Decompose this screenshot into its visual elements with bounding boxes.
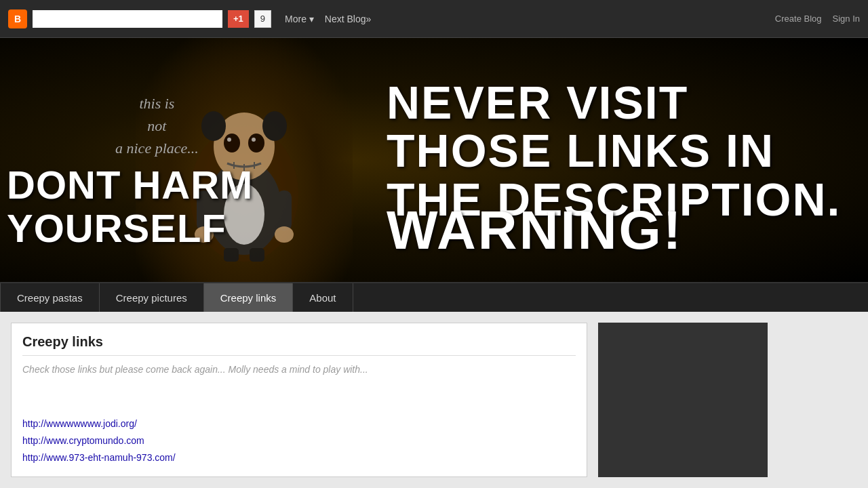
svg-point-4 (224, 134, 240, 152)
link-item-0[interactable]: http://wwwwwwww.jodi.org/ (22, 415, 576, 432)
create-blog-button[interactable]: Create Blog (775, 14, 822, 24)
navbar: Creepy pastasCreepy picturesCreepy links… (0, 282, 868, 312)
svg-point-6 (227, 138, 231, 142)
content-area: Creepy links Check those links but pleas… (11, 323, 587, 477)
svg-point-7 (252, 138, 256, 142)
hero-section: this is not a nice place... DONT HARM YO… (0, 38, 868, 282)
links-list: http://wwwwwwww.jodi.org/http://www.cryp… (22, 415, 576, 467)
link-item-2[interactable]: http://www.973-eht-namuh-973.com/ (22, 449, 576, 466)
search-input[interactable] (33, 10, 222, 28)
topbar: B +1 9 More ▾ Next Blog» Create Blog Sig… (0, 0, 868, 38)
svg-point-5 (248, 134, 264, 152)
svg-rect-17 (224, 248, 239, 262)
sidebar (598, 323, 768, 477)
svg-point-12 (262, 111, 287, 141)
next-blog-button[interactable]: Next Blog» (325, 14, 371, 24)
hero-left-text: DONT HARM YOURSELF (7, 163, 253, 250)
svg-rect-18 (250, 248, 264, 262)
sign-in-button[interactable]: Sign In (833, 14, 860, 24)
svg-point-11 (201, 111, 226, 141)
link-item-1[interactable]: http://www.cryptomundo.com (22, 432, 576, 449)
topbar-right: Create Blog Sign In (775, 14, 860, 24)
gplus-count: 9 (254, 10, 271, 28)
gplus-button[interactable]: +1 (228, 10, 249, 28)
nav-item-creepy-pastas[interactable]: Creepy pastas (0, 283, 100, 312)
nav-item-creepy-links[interactable]: Creepy links (204, 283, 294, 312)
nav-item-about[interactable]: About (293, 283, 353, 312)
hero-right-bottom-text: WARNING! (387, 199, 854, 262)
topbar-left: B +1 9 More ▾ Next Blog» (8, 9, 775, 28)
nav-item-creepy-pictures[interactable]: Creepy pictures (100, 283, 204, 312)
svg-point-16 (275, 226, 294, 243)
content-title: Creepy links (22, 334, 576, 356)
hero-tagline: this is not a nice place... (115, 92, 199, 159)
main-content: Creepy links Check those links but pleas… (0, 312, 868, 488)
svg-rect-14 (277, 190, 292, 231)
more-button[interactable]: More ▾ (285, 14, 314, 24)
blogger-icon[interactable]: B (8, 9, 27, 28)
content-subtitle: Check those links but please come back a… (22, 364, 576, 375)
